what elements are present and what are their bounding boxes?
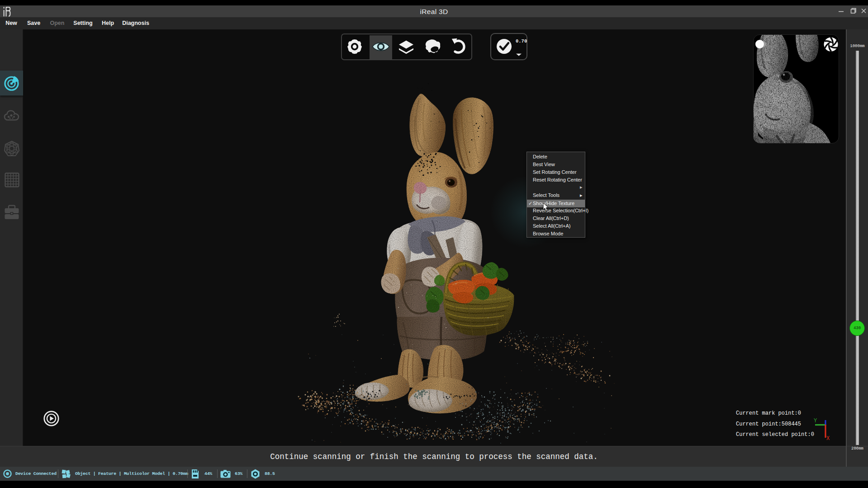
svg-text:0.70: 0.70 <box>516 38 527 44</box>
svg-text:Y: Y <box>814 418 817 424</box>
svg-text:X: X <box>826 435 830 442</box>
